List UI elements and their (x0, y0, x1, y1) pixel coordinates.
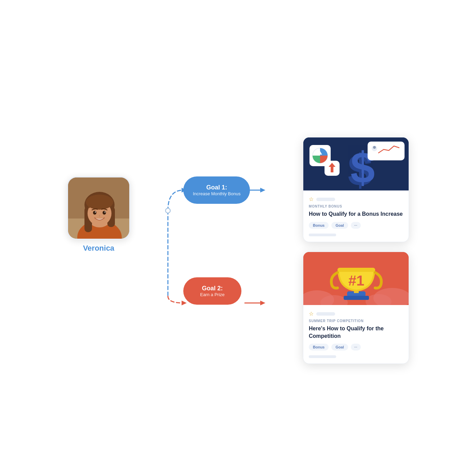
svg-text:#1: #1 (348, 273, 365, 289)
card-1-tag-goal[interactable]: Goal (331, 222, 348, 229)
goal-1-label: Goal 1: (206, 184, 227, 191)
svg-rect-34 (331, 167, 333, 172)
svg-point-31 (373, 146, 376, 149)
card-2-title: Here's How to Qualify for the Competitio… (309, 325, 403, 340)
svg-marker-4 (182, 301, 187, 305)
card-2-tag-more[interactable]: ··· (351, 344, 361, 351)
content-card-2[interactable]: #1 ☆ SUMMER TRIP COMPETITION Here's How … (303, 252, 409, 364)
card-1-category: MONTHLY BONUS (309, 204, 403, 208)
card-1-star-row: ☆ (309, 196, 403, 202)
card-2-star: ☆ (309, 310, 314, 317)
goal-1-sub: Increase Monthly Bonus (193, 191, 240, 196)
card-1-tag-bonus[interactable]: Bonus (309, 222, 329, 229)
card-1-title: How to Qualify for a Bonus Increase (309, 210, 403, 218)
goal-1-pill: Goal 1: Increase Monthly Bonus (183, 176, 250, 204)
person-card: Veronica (67, 176, 130, 253)
goal-2-label: Goal 2: (202, 285, 223, 292)
card-2-star-row: ☆ (309, 310, 403, 317)
svg-rect-29 (368, 142, 405, 160)
card-2-image: #1 (303, 252, 409, 305)
person-name: Veronica (83, 244, 115, 253)
card-1-tag-more[interactable]: ··· (351, 222, 361, 229)
card-2-tags: Bonus Goal ··· (309, 344, 403, 351)
content-card-1[interactable]: $ $ (303, 137, 409, 242)
svg-rect-41 (344, 296, 369, 300)
svg-point-21 (95, 212, 96, 213)
card-2-category: SUMMER TRIP COMPETITION (309, 319, 403, 323)
card-2-tag-goal[interactable]: Goal (331, 344, 348, 351)
card-2-progress (309, 355, 336, 358)
svg-marker-6 (260, 301, 265, 305)
goal-2-pill: Goal 2: Earn a Prize (183, 277, 241, 305)
svg-point-20 (103, 211, 106, 215)
card-1-tags: Bonus Goal ··· (309, 222, 403, 229)
svg-point-19 (93, 211, 96, 215)
card-1-star: ☆ (309, 196, 314, 202)
avatar (67, 176, 130, 240)
card-2-tag-bonus[interactable]: Bonus (309, 344, 329, 351)
svg-point-22 (105, 212, 106, 213)
card-1-image: $ $ (303, 137, 409, 190)
svg-marker-3 (260, 188, 265, 193)
card-1-progress (309, 234, 336, 236)
svg-point-7 (166, 208, 170, 213)
goal-2-sub: Earn a Prize (200, 292, 225, 297)
svg-rect-44 (338, 268, 375, 272)
